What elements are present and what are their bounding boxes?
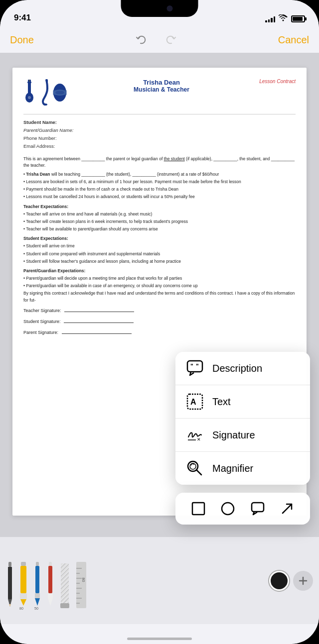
svg-rect-46	[60, 603, 69, 608]
doc-header: Trisha Dean Musician & Teacher Lesson Co…	[23, 79, 296, 106]
svg-text:": "	[190, 363, 193, 370]
svg-text:50: 50	[34, 607, 38, 610]
redo-button[interactable]	[163, 32, 179, 48]
bullet-item: Student will arrive on time	[23, 243, 296, 249]
red-pen-tool[interactable]	[46, 551, 55, 611]
student-exp-list: Student will arrive on time Student will…	[23, 243, 296, 265]
drum-icon	[52, 79, 67, 106]
svg-rect-25	[8, 562, 11, 567]
doc-fields: Student Name: Parent/Guardian Name: Phon…	[23, 118, 296, 151]
parent-sig: Parent Signature:	[23, 329, 296, 336]
popup-text-item[interactable]: A Text	[175, 385, 310, 419]
svg-rect-21	[192, 503, 204, 515]
student-sig: Student Signature:	[23, 319, 296, 325]
description-label: Description	[212, 363, 262, 374]
svg-text:80: 80	[19, 607, 23, 610]
notch	[121, 0, 198, 17]
svg-rect-39	[49, 562, 52, 566]
svg-point-5	[43, 104, 47, 106]
magnifier-label: Magnifier	[212, 463, 253, 474]
color-picker-button[interactable]	[269, 571, 289, 591]
svg-line-24	[283, 504, 292, 513]
battery-icon	[291, 15, 305, 22]
svg-text:A: A	[190, 398, 196, 406]
bullet-list: Trisha Dean will be teaching __________ …	[23, 171, 296, 201]
bullet-item: Teacher will be available to parent/guar…	[23, 226, 296, 232]
svg-marker-42	[48, 598, 53, 606]
email-field: Email Address:	[23, 142, 296, 150]
bullet-item: Payment should be made in the form of ca…	[23, 186, 296, 193]
text-label: Text	[212, 396, 231, 408]
popup-signature-item[interactable]: ✕ Signature	[175, 419, 310, 452]
parent-name-field: Parent/Guardian Name:	[23, 126, 296, 134]
svg-line-20	[196, 470, 201, 475]
svg-rect-40	[48, 566, 52, 593]
student-exp-title: Student Expectations:	[23, 235, 296, 242]
teacher-exp-title: Teacher Expectations:	[23, 204, 296, 210]
pencil-tool[interactable]	[6, 551, 14, 611]
status-icons	[265, 14, 305, 23]
svg-rect-35	[35, 566, 39, 593]
bullet-item: Student will come prepared with instrume…	[23, 251, 296, 257]
popup-magnifier-item[interactable]: Magnifier	[175, 452, 310, 485]
blue-pen-tool[interactable]: 50	[33, 551, 42, 611]
svg-marker-28	[9, 604, 11, 607]
svg-text:80: 80	[81, 577, 86, 582]
svg-point-2	[28, 96, 31, 99]
parent-exp-title: Parent/Guardian Expectations:	[23, 268, 296, 274]
done-button[interactable]: Done	[10, 34, 34, 46]
guitar-icon	[23, 79, 37, 106]
saxophone-icon	[39, 79, 50, 106]
text-box-icon: A	[185, 392, 204, 411]
arrow-shape-button[interactable]	[277, 499, 297, 519]
svg-rect-23	[252, 503, 264, 512]
popup-description-item[interactable]: " " Description	[175, 352, 310, 385]
svg-rect-29	[21, 562, 26, 566]
svg-text:": "	[196, 363, 199, 370]
undo-button[interactable]	[133, 32, 149, 48]
yellow-highlighter-tool[interactable]: 80	[18, 551, 29, 611]
cancel-button[interactable]: Cancel	[278, 34, 309, 46]
doc-logo	[23, 79, 67, 106]
popup-menu: " " Description A Text	[175, 352, 310, 485]
doc-header-text: Trisha Dean Musician & Teacher	[67, 79, 256, 93]
ruler-tool[interactable]: 80	[75, 551, 88, 611]
magnifier-icon	[185, 459, 204, 478]
teacher-sig: Teacher Signature:	[23, 308, 296, 315]
svg-marker-37	[35, 598, 40, 606]
svg-rect-31	[20, 593, 27, 599]
svg-rect-34	[36, 562, 39, 566]
svg-rect-11	[187, 361, 202, 372]
svg-point-19	[190, 463, 196, 469]
svg-rect-26	[8, 567, 12, 599]
eraser-tool[interactable]	[59, 551, 71, 611]
agreement-text: This is an agreement between __________ …	[23, 156, 296, 169]
svg-rect-6	[46, 79, 48, 83]
add-tool-button[interactable]	[293, 571, 313, 591]
nav-center-icons	[133, 32, 179, 48]
wifi-icon	[279, 14, 288, 23]
bullet-item: Teacher will arrive on time and have all…	[23, 211, 296, 217]
nav-bar: Done Cancel	[0, 27, 319, 53]
square-shape-button[interactable]	[188, 499, 208, 519]
bullet-item: Lessons are booked in sets of 6, at a mi…	[23, 179, 296, 185]
svg-marker-32	[20, 599, 26, 606]
signature-icon: ✕	[185, 426, 204, 444]
student-name-field: Student Name:	[23, 118, 296, 126]
svg-point-9	[55, 91, 64, 95]
doc-divider	[23, 114, 296, 114]
svg-point-22	[222, 503, 234, 515]
svg-rect-41	[48, 593, 53, 598]
bullet-item: Trisha Dean will be teaching __________ …	[23, 171, 296, 178]
doc-artist-name: Trisha Dean	[72, 79, 251, 86]
home-indicator	[127, 638, 192, 640]
svg-text:✕: ✕	[197, 437, 201, 442]
circle-shape-button[interactable]	[218, 499, 238, 519]
speech-shape-button[interactable]	[248, 499, 268, 519]
svg-rect-47	[76, 562, 86, 608]
teacher-exp-list: Teacher will arrive on time and have all…	[23, 211, 296, 233]
svg-rect-43	[61, 563, 69, 603]
bullet-item: Lessons must be cancelled 24 hours in ad…	[23, 194, 296, 200]
parent-exp-list: Parent/guardian will decide upon a meeti…	[23, 275, 296, 289]
signal-icon	[265, 15, 275, 22]
